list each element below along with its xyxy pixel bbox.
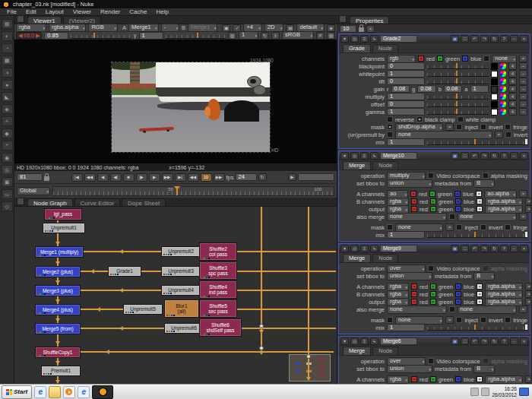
zoom-fit-icon[interactable]: ◈: [327, 24, 335, 32]
checkbox-alpha-masking[interactable]: [483, 265, 489, 271]
channel-red-checkbox[interactable]: ×: [411, 376, 417, 382]
panel-name-field[interactable]: Merge6: [380, 337, 417, 345]
channel-alpha-checkbox[interactable]: ×: [476, 191, 482, 197]
panel-menu-icon[interactable]: ≡: [360, 35, 369, 43]
panel-tab-merge[interactable]: Merge: [343, 254, 371, 262]
mini-slider[interactable]: [427, 71, 489, 77]
value-field[interactable]: 0: [387, 62, 425, 70]
tab-node-graph[interactable]: Node Graph: [27, 198, 73, 206]
equals-button[interactable]: =: [519, 306, 527, 313]
curve-button[interactable]: ~: [519, 78, 527, 85]
mini-slider[interactable]: [427, 63, 489, 69]
dropdown-rgbaalpha[interactable]: rgba.alpha: [485, 205, 522, 214]
channel-red-checkbox[interactable]: ×: [411, 299, 417, 305]
internet-explorer-icon[interactable]: e: [34, 386, 46, 398]
mask-enable-checkbox[interactable]: [387, 317, 393, 323]
checkbox-reverse[interactable]: [387, 116, 393, 122]
gain-fstop-spinner[interactable]: ◀ f/8.0 ▶: [16, 32, 42, 40]
node-blur1[interactable]: Blur1(all): [164, 299, 199, 318]
equals-button[interactable]: =: [519, 190, 527, 198]
play-forward-button[interactable]: ▶: [149, 173, 160, 182]
node-grade1[interactable]: Grade1: [108, 266, 141, 277]
dropdown-none[interactable]: none: [395, 223, 443, 232]
panel-pick-icon[interactable]: ↳: [370, 337, 378, 345]
panel-pick-icon[interactable]: ↳: [370, 152, 378, 160]
value-field[interactable]: 1: [470, 85, 489, 93]
panel-menu-icon[interactable]: ≡: [360, 337, 369, 345]
checkbox-invert[interactable]: [505, 131, 511, 138]
panel-name-field[interactable]: Grade2: [380, 35, 417, 43]
playhead[interactable]: [176, 187, 178, 195]
redo-icon[interactable]: ↷: [480, 35, 489, 43]
channel-blue-checkbox[interactable]: ×: [455, 299, 461, 305]
channel-icon[interactable]: ▦: [2, 55, 13, 65]
value-field[interactable]: 1: [387, 70, 425, 78]
step-back-button[interactable]: ◀|: [110, 173, 122, 182]
curve-button[interactable]: ~: [519, 70, 527, 78]
taskbar-nuke-button[interactable]: [92, 385, 113, 399]
viewer-canvas[interactable]: 1924,1080 HD: [14, 40, 337, 163]
dropdown-over[interactable]: over: [387, 357, 426, 366]
particles-icon[interactable]: *: [2, 141, 13, 150]
equals-button[interactable]: =: [495, 131, 503, 138]
undo-icon[interactable]: ↶: [470, 152, 479, 160]
node-unpremult6[interactable]: Unpremult6: [164, 323, 204, 334]
panel-collapse-icon[interactable]: ▾: [340, 337, 349, 345]
value-field[interactable]: 0.08: [417, 85, 436, 93]
checkbox-inject[interactable]: [456, 224, 462, 230]
play-forward-fast-button[interactable]: ▶▶: [162, 173, 173, 182]
revert-icon[interactable]: ↻: [490, 152, 499, 160]
per-channel-button[interactable]: 4: [508, 93, 517, 100]
dropdown-rgba[interactable]: rgba: [387, 298, 409, 306]
display-channels-dropdown[interactable]: RGB: [88, 24, 118, 32]
value-field[interactable]: 1: [387, 324, 425, 331]
show-desktop-icon[interactable]: [519, 388, 529, 396]
help-icon[interactable]: ?: [500, 245, 508, 252]
menu-file[interactable]: File: [3, 8, 21, 15]
checkbox-alpha-masking[interactable]: [483, 173, 489, 179]
close-panel-icon[interactable]: ×: [520, 245, 528, 252]
views-icon[interactable]: ◎: [2, 165, 13, 175]
goto-start-button[interactable]: |◀: [71, 173, 83, 182]
panel-menu-icon[interactable]: ≡: [360, 245, 369, 252]
undo-icon[interactable]: ↶: [470, 35, 479, 43]
revert-icon[interactable]: ↻: [490, 337, 499, 345]
checkbox-fringe[interactable]: [505, 124, 511, 130]
channel-blue-checkbox[interactable]: ×: [454, 191, 461, 197]
panel-tab-grade[interactable]: Grade: [343, 44, 371, 52]
checkbox-Video-colorspace[interactable]: [428, 265, 434, 271]
viewer-tab-1[interactable]: Viewer1: [27, 16, 62, 24]
per-channel-button[interactable]: 4: [508, 78, 517, 85]
pane-menu-icon[interactable]: [17, 15, 24, 23]
equals-button[interactable]: =: [445, 223, 454, 231]
center-in-dag-icon[interactable]: ▣: [451, 35, 459, 43]
panel-tab-node[interactable]: Node: [372, 254, 398, 262]
frame-lock-icon[interactable]: [44, 176, 49, 181]
stop-button[interactable]: ■: [123, 173, 135, 182]
curve-button[interactable]: ~: [519, 85, 527, 93]
channel-red-checkbox[interactable]: ×: [411, 283, 417, 290]
help-icon[interactable]: ?: [500, 152, 508, 160]
lock-panels-icon[interactable]: [359, 27, 364, 32]
value-field[interactable]: 1: [387, 108, 425, 116]
tray-icon-1[interactable]: [470, 388, 479, 396]
dropdown-rgba[interactable]: rgba: [387, 198, 409, 206]
checkbox-inject[interactable]: [456, 124, 462, 130]
color-wheel-icon[interactable]: [500, 78, 506, 84]
in-out-field[interactable]: [298, 173, 334, 181]
checkbox-inject[interactable]: [456, 317, 462, 323]
panel-name-field[interactable]: Merge9: [380, 245, 417, 252]
mask-enable-checkbox[interactable]: [387, 224, 393, 230]
metadata-icon[interactable]: ▭: [2, 189, 13, 199]
center-in-dag-icon[interactable]: ▣: [451, 245, 459, 252]
channel-red-checkbox[interactable]: ×: [418, 55, 424, 62]
panel-tab-node[interactable]: Node: [372, 347, 398, 355]
clear-panels-icon[interactable]: ×: [366, 25, 375, 33]
channel-green-checkbox[interactable]: ×: [430, 206, 436, 212]
gain-value-field[interactable]: 0.85: [44, 32, 68, 40]
dropdown-none[interactable]: none: [395, 131, 492, 139]
undo-icon[interactable]: ↶: [470, 337, 479, 345]
curve-button[interactable]: ~: [519, 108, 527, 116]
equals-button[interactable]: =: [525, 205, 530, 213]
a-input-dropdown[interactable]: Merge1: [128, 24, 158, 32]
